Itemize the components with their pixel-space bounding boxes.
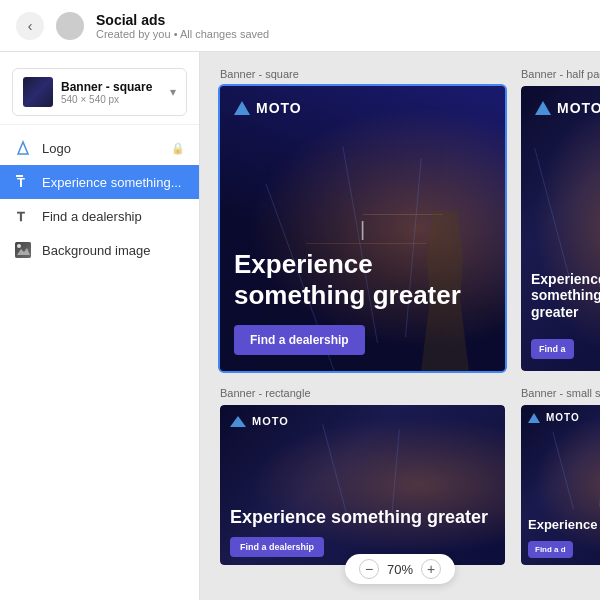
format-thumbnail xyxy=(23,77,53,107)
top-bar: ‹ Social ads Created by you • All change… xyxy=(0,0,600,52)
sidebar-item-dealership[interactable]: T Find a dealership xyxy=(0,199,199,233)
banner-cta-half: Find a xyxy=(531,339,574,359)
banner-logo-rect: MOTO xyxy=(230,415,289,427)
logo-triangle-small-icon xyxy=(528,413,540,423)
main-layout: Banner - square 540 × 540 px ▾ Logo 🔒 T xyxy=(0,52,600,600)
format-info: Banner - square 540 × 540 px xyxy=(61,80,162,105)
banner-half: MOTO Experi­ence somet­hing greate­r Fin… xyxy=(521,86,600,371)
banner-logo: MOTO xyxy=(234,100,302,116)
banner-square: MOTO Experience something greater Find a… xyxy=(220,86,505,371)
text-cursor: | xyxy=(360,217,365,240)
banner-small-card[interactable]: MOTO Experie­nce greater Find a d xyxy=(521,405,600,565)
banner-cta-small: Find a d xyxy=(528,541,573,558)
back-button[interactable]: ‹ xyxy=(16,12,44,40)
canvas-content: Banner - square MOTO xyxy=(200,52,600,581)
logo-icon xyxy=(14,139,32,157)
svg-point-7 xyxy=(17,244,21,248)
svg-text:T: T xyxy=(17,209,25,224)
banner-rect-card[interactable]: MOTO Experience something greater Find a… xyxy=(220,405,505,565)
banner-half-card[interactable]: MOTO Experi­ence somet­hing greate­r Fin… xyxy=(521,86,600,371)
canvas-area[interactable]: Banner - square MOTO xyxy=(200,52,600,600)
logo-text: MOTO xyxy=(256,100,302,116)
sidebar-background-label: Background image xyxy=(42,243,185,258)
rectangle-section: Banner - rectangle MOTO Experience somet… xyxy=(220,387,505,565)
logo-triangle-icon xyxy=(234,101,250,115)
sidebar-logo-label: Logo xyxy=(42,141,161,156)
logo-text-half: MOTO xyxy=(557,100,600,116)
logo-triangle-half-icon xyxy=(535,101,551,115)
chevron-down-icon: ▾ xyxy=(170,85,176,99)
format-name: Banner - square xyxy=(61,80,162,94)
banner-logo-half: MOTO xyxy=(535,100,600,116)
svg-rect-2 xyxy=(16,175,23,177)
logo-text-rect: MOTO xyxy=(252,415,289,427)
avatar xyxy=(56,12,84,40)
square-section: Banner - square MOTO xyxy=(220,68,505,371)
project-title: Social ads xyxy=(96,12,584,28)
project-subtitle: Created by you • All changes saved xyxy=(96,28,584,40)
half-page-label: Banner - half page xyxy=(521,68,600,80)
zoom-out-button[interactable]: − xyxy=(359,559,379,579)
banner-logo-small: MOTO xyxy=(528,412,580,423)
banner-headline-half: Experi­ence somet­hing greate­r xyxy=(531,271,600,321)
format-size: 540 × 540 px xyxy=(61,94,162,105)
sidebar: Banner - square 540 × 540 px ▾ Logo 🔒 T xyxy=(0,52,200,600)
image-icon xyxy=(14,241,32,259)
sidebar-experience-label: Experience something... xyxy=(42,175,185,190)
lock-icon: 🔒 xyxy=(171,142,185,155)
banner-cta-rect: Find a dealership xyxy=(230,537,324,557)
logo-text-small: MOTO xyxy=(546,412,580,423)
banner-rect: MOTO Experience something greater Find a… xyxy=(220,405,505,565)
format-selector[interactable]: Banner - square 540 × 540 px ▾ xyxy=(12,68,187,116)
banner-headline: Experience something greater xyxy=(234,249,491,311)
svg-rect-5 xyxy=(15,242,31,258)
text-icon: T xyxy=(14,173,32,191)
banner-headline-rect: Experience something greater xyxy=(230,507,495,529)
divider xyxy=(0,124,199,125)
zoom-bar: − 70% + xyxy=(345,554,455,584)
sidebar-dealership-label: Find a dealership xyxy=(42,209,185,224)
banner-cta: Find a dealership xyxy=(234,325,365,355)
banner-small: MOTO Experie­nce greater Find a d xyxy=(521,405,600,565)
sidebar-item-logo[interactable]: Logo 🔒 xyxy=(0,131,199,165)
zoom-in-button[interactable]: + xyxy=(421,559,441,579)
rectangle-label: Banner - rectangle xyxy=(220,387,505,399)
sidebar-item-experience[interactable]: T Experience something... xyxy=(0,165,199,199)
logo-triangle-rect-icon xyxy=(230,416,246,427)
small-square-section: Banner - small sq... MOTO Experie­nce gr… xyxy=(521,387,600,565)
text-outline-icon: T xyxy=(14,207,32,225)
project-info: Social ads Created by you • All changes … xyxy=(96,12,584,40)
svg-text:T: T xyxy=(17,175,25,190)
zoom-level: 70% xyxy=(387,562,413,577)
banner-headline-small: Experie­nce greater xyxy=(528,517,600,533)
banner-square-card[interactable]: MOTO Experience something greater Find a… xyxy=(220,86,505,371)
half-page-section: Banner - half page MOTO Experi­ence some… xyxy=(521,68,600,371)
sidebar-item-background[interactable]: Background image xyxy=(0,233,199,267)
square-label: Banner - square xyxy=(220,68,505,80)
small-square-label: Banner - small sq... xyxy=(521,387,600,399)
road-lines-half xyxy=(521,86,600,371)
svg-marker-0 xyxy=(18,142,28,154)
